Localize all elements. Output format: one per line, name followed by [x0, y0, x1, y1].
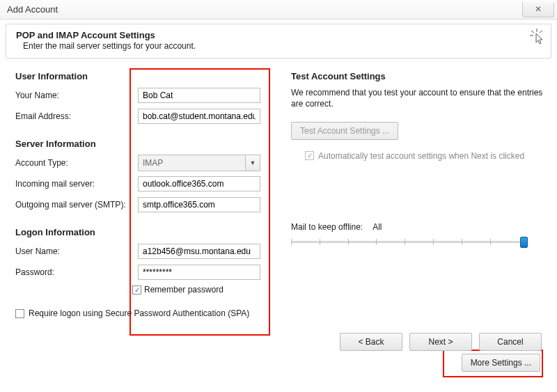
- spa-label: Require logon using Secure Password Auth…: [29, 308, 249, 318]
- slider-tick: [433, 239, 434, 245]
- account-type-dropdown[interactable]: IMAP ▼: [138, 155, 260, 171]
- section-test-settings: Test Account Settings: [291, 71, 543, 81]
- slider-thumb[interactable]: [520, 237, 528, 248]
- spa-checkbox[interactable]: [15, 309, 24, 318]
- remember-password-row[interactable]: Remember password: [132, 285, 266, 295]
- incoming-server-input[interactable]: [138, 176, 260, 191]
- cursor-click-icon: [530, 29, 544, 49]
- auto-test-checkbox[interactable]: [305, 151, 314, 160]
- slider-tick: [291, 239, 292, 245]
- account-type-value: IMAP: [138, 155, 245, 171]
- incoming-server-label: Incoming mail server:: [15, 179, 138, 189]
- wizard-body: User Information Your Name: Email Addres…: [0, 58, 557, 358]
- spa-row[interactable]: Require logon using Secure Password Auth…: [15, 308, 266, 318]
- svg-line-1: [531, 31, 534, 33]
- section-user-information: User Information: [15, 71, 266, 81]
- slider-tick: [405, 239, 405, 245]
- auto-test-row[interactable]: Automatically test account settings when…: [305, 151, 543, 161]
- email-address-label: Email Address:: [15, 111, 138, 121]
- password-input[interactable]: [138, 265, 260, 280]
- test-settings-description: We recommend that you test your account …: [291, 87, 543, 109]
- wizard-header: POP and IMAP Account Settings Enter the …: [6, 24, 551, 58]
- remember-password-label: Remember password: [144, 285, 223, 295]
- slider-rail: [291, 241, 528, 243]
- slider-tick: [348, 239, 349, 245]
- mail-keep-offline-slider[interactable]: [291, 236, 528, 247]
- cancel-button[interactable]: Cancel: [479, 333, 542, 351]
- section-logon-information: Logon Information: [15, 227, 266, 237]
- username-input[interactable]: [138, 244, 260, 259]
- username-label: User Name:: [15, 246, 138, 256]
- your-name-input[interactable]: [138, 88, 260, 103]
- title-bar: Add Account ✕: [0, 0, 557, 19]
- section-server-information: Server Information: [15, 139, 266, 149]
- wizard-footer: < Back Next > Cancel: [340, 333, 542, 351]
- your-name-label: Your Name:: [15, 91, 138, 100]
- slider-tick: [376, 239, 377, 245]
- email-address-input[interactable]: [138, 109, 260, 124]
- outgoing-server-label: Outgoing mail server (SMTP):: [15, 200, 138, 210]
- right-column: Test Account Settings We recommend that …: [291, 71, 543, 318]
- slider-tick: [490, 239, 491, 245]
- slider-tick: [320, 239, 320, 245]
- close-icon: ✕: [535, 4, 542, 14]
- chevron-down-icon[interactable]: ▼: [245, 155, 260, 171]
- remember-password-checkbox[interactable]: [132, 285, 141, 295]
- mail-keep-offline-value: All: [372, 222, 382, 232]
- svg-line-2: [540, 31, 542, 33]
- mail-keep-offline-label: Mail to keep offline:: [291, 222, 363, 232]
- password-label: Password:: [15, 267, 138, 277]
- auto-test-label: Automatically test account settings when…: [318, 151, 524, 161]
- more-settings-button[interactable]: More Settings ...: [462, 354, 540, 372]
- left-column: User Information Your Name: Email Addres…: [15, 71, 266, 318]
- wizard-subtitle: Enter the mail server settings for your …: [23, 41, 541, 51]
- wizard-title: POP and IMAP Account Settings: [16, 30, 541, 40]
- account-type-label: Account Type:: [15, 158, 138, 168]
- window-title: Add Account: [7, 4, 58, 15]
- next-button[interactable]: Next >: [409, 333, 472, 351]
- slider-tick: [462, 239, 462, 245]
- outgoing-server-input[interactable]: [138, 197, 260, 212]
- window-close-button[interactable]: ✕: [522, 2, 554, 17]
- test-account-settings-button[interactable]: Test Account Settings ...: [291, 122, 398, 140]
- back-button[interactable]: < Back: [340, 333, 402, 351]
